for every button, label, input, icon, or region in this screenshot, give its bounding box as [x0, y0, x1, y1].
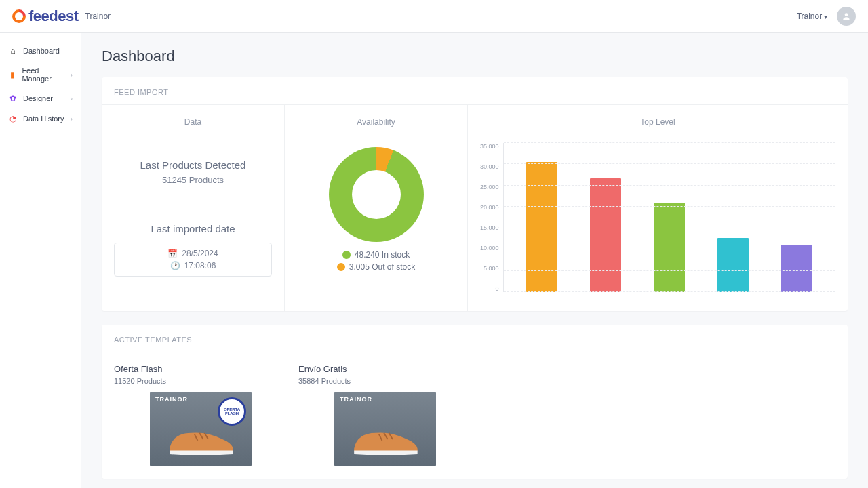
gridline: [504, 163, 835, 164]
availability-legend: 48.240 In stock 3.005 Out of stock: [297, 250, 455, 272]
sidebar-item-label: Dashboard: [23, 47, 60, 55]
sidebar-item-data-history[interactable]: ◔ Data History ›: [0, 108, 81, 129]
y-tick: 0: [480, 285, 499, 292]
template-card[interactable]: Oferta Flash11520 ProductsTRAINOROFERTA …: [114, 352, 288, 466]
template-name: Oferta Flash: [114, 352, 288, 377]
legend-dot-outstock: [337, 263, 345, 271]
avatar[interactable]: [837, 7, 856, 26]
chevron-right-icon: ›: [71, 71, 73, 79]
chart-bar: [590, 178, 621, 292]
y-tick: 30.000: [480, 163, 499, 170]
imported-label: Last imported date: [114, 223, 272, 235]
gridline: [504, 249, 835, 249]
data-column: Data Last Products Detected 51245 Produc…: [102, 105, 285, 311]
import-time: 17:08:06: [184, 260, 216, 272]
sidebar: ⌂ Dashboard ▮ Feed Manager › ✿ Designer …: [0, 33, 81, 488]
gridline: [504, 185, 835, 186]
logo-icon: [9, 6, 28, 25]
svg-point-0: [845, 13, 848, 16]
app-header: feedest Trainor Trainor: [0, 0, 868, 33]
column-heading: Top Level: [480, 117, 835, 127]
template-card[interactable]: Envío Gratis35884 ProductsTRAINOR: [298, 352, 472, 466]
availability-donut: [329, 147, 424, 242]
sidebar-item-label: Feed Manager: [22, 66, 64, 83]
palette-icon: ✿: [8, 94, 18, 103]
template-thumbnail: TRAINOROFERTA FLASH: [150, 392, 252, 466]
gridline: [504, 270, 835, 271]
chart-bar: [781, 245, 812, 292]
user-icon: [842, 12, 851, 21]
sidebar-item-label: Designer: [23, 94, 53, 102]
import-datetime: 📅28/5/2024 🕑17:08:06: [114, 243, 272, 277]
gridline: [504, 142, 835, 143]
column-heading: Availability: [297, 117, 455, 127]
detected-label: Last Products Detected: [114, 159, 272, 171]
top-level-chart: 35.00030.00025.00020.00015.00010.0005.00…: [480, 143, 835, 299]
legend-dot-instock: [342, 251, 351, 259]
y-tick: 35.000: [480, 143, 499, 150]
top-level-column: Top Level 35.00030.00025.00020.00015.000…: [468, 105, 848, 311]
gridline: [504, 206, 835, 207]
sidebar-item-dashboard[interactable]: ⌂ Dashboard: [0, 41, 81, 61]
home-icon: ⌂: [8, 46, 18, 56]
shoe-icon: [348, 419, 422, 460]
header-right: Trainor: [797, 7, 856, 26]
active-templates-panel: ACTIVE TEMPLATES Oferta Flash11520 Produ…: [102, 325, 848, 479]
template-count: 11520 Products: [114, 377, 288, 385]
chevron-right-icon: ›: [71, 115, 73, 123]
brand-name: feedest: [28, 7, 79, 25]
header-left: feedest Trainor: [12, 7, 111, 25]
y-tick: 20.000: [480, 204, 499, 211]
import-date: 28/5/2024: [182, 247, 218, 260]
brand-logo[interactable]: feedest: [12, 7, 79, 25]
y-tick: 25.000: [480, 184, 499, 190]
chart-bar: [654, 203, 685, 292]
thumbnail-brand: TRAINOR: [155, 396, 188, 403]
chevron-right-icon: ›: [71, 95, 73, 102]
thumbnail-brand: TRAINOR: [340, 396, 372, 403]
file-icon: ▮: [8, 70, 16, 79]
template-count: 35884 Products: [298, 377, 472, 385]
main-content: Dashboard FEED IMPORT Data Last Products…: [81, 33, 868, 488]
chart-bar: [717, 238, 749, 292]
gridline: [504, 291, 835, 292]
chart-icon: ◔: [8, 114, 18, 123]
template-thumbnail: TRAINOR: [334, 392, 436, 466]
gridline: [504, 228, 835, 228]
template-name: Envío Gratis: [298, 352, 472, 377]
sidebar-item-designer[interactable]: ✿ Designer ›: [0, 88, 81, 108]
legend-label: 48.240 In stock: [355, 250, 410, 260]
clock-icon: 🕑: [170, 260, 180, 272]
calendar-icon: 📅: [167, 247, 178, 260]
user-menu[interactable]: Trainor: [797, 12, 827, 21]
y-tick: 15.000: [480, 224, 499, 231]
legend-label: 3.005 Out of stock: [349, 262, 415, 272]
detected-value: 51245 Products: [114, 175, 272, 185]
sidebar-item-label: Data History: [23, 115, 64, 123]
account-name: Trainor: [85, 12, 111, 21]
panel-heading: ACTIVE TEMPLATES: [102, 325, 848, 352]
page-title: Dashboard: [102, 47, 848, 65]
y-tick: 5.000: [480, 265, 499, 272]
shoe-icon: [163, 419, 238, 460]
flash-badge: OFERTA FLASH: [218, 397, 246, 426]
y-tick: 10.000: [480, 245, 499, 251]
availability-column: Availability 48.240 In stock 3.005 Out o…: [285, 105, 468, 311]
chart-plot: [503, 143, 835, 292]
column-heading: Data: [114, 117, 272, 127]
y-axis: 35.00030.00025.00020.00015.00010.0005.00…: [480, 143, 503, 292]
panel-heading: FEED IMPORT: [102, 77, 848, 104]
sidebar-item-feed-manager[interactable]: ▮ Feed Manager ›: [0, 61, 81, 88]
feed-import-panel: FEED IMPORT Data Last Products Detected …: [102, 77, 848, 311]
